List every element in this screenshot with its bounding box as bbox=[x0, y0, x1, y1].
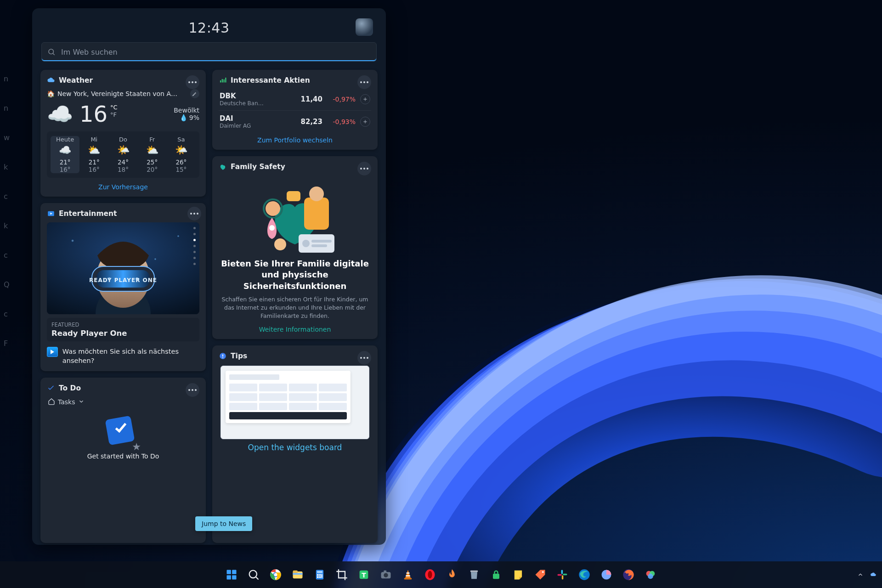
taskbar-opera[interactable] bbox=[421, 566, 439, 583]
weather-more-button[interactable] bbox=[186, 75, 199, 89]
unit-f[interactable]: °F bbox=[110, 111, 118, 119]
taskbar-slack[interactable] bbox=[554, 566, 571, 583]
family-more-button[interactable] bbox=[357, 162, 371, 175]
taskbar-colors[interactable] bbox=[642, 566, 659, 583]
forecast-day[interactable]: Fr ⛅ 25° 20° bbox=[138, 136, 167, 173]
taskbar-camera[interactable] bbox=[377, 566, 395, 583]
widgets-panel: 12:43 Weather 🏠 New York, Verei bbox=[32, 8, 386, 545]
tips-card: Tips Open the widgets board bbox=[212, 345, 378, 543]
svg-rect-38 bbox=[317, 571, 322, 573]
entertainment-question-row[interactable]: Was möchten Sie sich als nächstes ansehe… bbox=[47, 347, 199, 366]
family-title: Family Safety bbox=[231, 163, 285, 171]
weather-location-row: 🏠 New York, Vereinigte Staaten von A… bbox=[47, 89, 199, 98]
search-bar[interactable] bbox=[41, 42, 377, 62]
taskbar-flame[interactable] bbox=[443, 566, 461, 583]
taskbar-chrome[interactable] bbox=[267, 566, 284, 583]
forecast-day[interactable]: Sa 🌤️ 26° 15° bbox=[167, 136, 196, 173]
taskbar-calculator[interactable] bbox=[311, 566, 328, 583]
edit-location-button[interactable] bbox=[190, 89, 199, 98]
stocks-icon bbox=[219, 76, 227, 85]
svg-rect-49 bbox=[404, 578, 412, 580]
taskbar-text[interactable]: T bbox=[355, 566, 373, 583]
tips-more-button[interactable] bbox=[357, 351, 371, 365]
tips-title: Tips bbox=[231, 352, 247, 360]
stocks-card: Interessante Aktien DBKDeutsche Ban… 11,… bbox=[212, 70, 378, 150]
todo-cta[interactable]: Get started with To Do bbox=[47, 452, 199, 460]
svg-point-5 bbox=[155, 259, 156, 260]
featured-title: Ready Player One bbox=[51, 329, 195, 338]
current-weather-icon: ☁️ bbox=[47, 103, 73, 124]
family-headline: Bieten Sie Ihrer Familie digitale und ph… bbox=[219, 258, 371, 292]
taskbar-trash[interactable] bbox=[465, 566, 483, 583]
stocks-more-button[interactable] bbox=[357, 75, 371, 89]
taskbar-search[interactable] bbox=[245, 566, 262, 583]
user-avatar[interactable] bbox=[356, 18, 373, 36]
taskbar-firefox[interactable] bbox=[620, 566, 637, 583]
svg-point-11 bbox=[136, 277, 138, 280]
tasks-dropdown[interactable]: Tasks bbox=[48, 398, 198, 407]
svg-rect-26 bbox=[227, 570, 231, 574]
entertainment-title: Entertainment bbox=[59, 209, 117, 218]
tasks-label: Tasks bbox=[58, 398, 75, 406]
svg-point-56 bbox=[542, 571, 544, 573]
portfolio-link[interactable]: Zum Portfolio wechseln bbox=[257, 136, 333, 144]
forecast-day[interactable]: Do 🌤️ 24° 18° bbox=[108, 136, 137, 173]
panel-header: 12:43 bbox=[40, 17, 378, 39]
stock-row[interactable]: DAIDaimler AG 82,23 -0,93% ＋ bbox=[219, 110, 371, 133]
onedrive-icon[interactable] bbox=[870, 571, 876, 578]
stock-row[interactable]: DBKDeutsche Ban… 11,40 -0,97% ＋ bbox=[219, 88, 371, 110]
weather-icon bbox=[47, 76, 55, 85]
featured-meta[interactable]: FEATURED Ready Player One bbox=[47, 318, 199, 341]
taskbar-vlc[interactable] bbox=[399, 566, 417, 583]
forecast-day[interactable]: Mi ⛅ 21° 16° bbox=[79, 136, 108, 173]
svg-point-21 bbox=[274, 238, 286, 250]
taskbar-explorer[interactable] bbox=[289, 566, 306, 583]
left-edge-hints: nnwkckcQcF bbox=[4, 64, 10, 358]
todo-more-button[interactable] bbox=[186, 383, 199, 397]
svg-point-33 bbox=[274, 573, 277, 577]
forecast-day[interactable]: Heute ☁️ 21° 16° bbox=[51, 136, 79, 173]
hero-pager[interactable] bbox=[193, 227, 196, 265]
entertainment-more-button[interactable] bbox=[187, 207, 201, 220]
taskbar-edge[interactable] bbox=[576, 566, 593, 583]
svg-rect-24 bbox=[222, 355, 223, 357]
weather-location: New York, Vereinigte Staaten von A… bbox=[57, 90, 177, 97]
search-icon bbox=[47, 48, 56, 56]
chevron-down-icon bbox=[78, 398, 85, 406]
taskbar-crop[interactable] bbox=[333, 566, 351, 583]
taskbar-tag[interactable] bbox=[531, 566, 549, 583]
home-icon: 🏠 bbox=[47, 90, 55, 97]
svg-rect-18 bbox=[311, 240, 332, 243]
tray-overflow-icon[interactable] bbox=[857, 571, 864, 578]
family-link[interactable]: Weitere Informationen bbox=[259, 326, 331, 333]
jump-to-news-tooltip[interactable]: Jump to News bbox=[195, 516, 252, 531]
todo-card: To Do Tasks ★ Get started with To Do bbox=[40, 378, 206, 543]
weather-card: Weather 🏠 New York, Vereinigte Staaten v… bbox=[40, 70, 206, 197]
clock: 12:43 bbox=[189, 20, 230, 36]
forecast-link[interactable]: Zur Vorhersage bbox=[98, 183, 148, 191]
svg-rect-48 bbox=[384, 571, 386, 573]
home-outline-icon bbox=[48, 398, 55, 407]
svg-rect-40 bbox=[319, 574, 321, 576]
unit-toggle[interactable]: °C °F bbox=[110, 104, 118, 118]
play-icon bbox=[47, 347, 58, 357]
svg-point-47 bbox=[384, 573, 388, 577]
svg-rect-19 bbox=[311, 244, 327, 247]
add-stock-button[interactable]: ＋ bbox=[360, 94, 370, 104]
taskbar-lock[interactable] bbox=[487, 566, 505, 583]
unit-c[interactable]: °C bbox=[110, 104, 118, 111]
svg-rect-14 bbox=[304, 198, 329, 230]
svg-rect-51 bbox=[406, 575, 410, 576]
add-stock-button[interactable]: ＋ bbox=[360, 117, 370, 127]
tips-caption[interactable]: Open the widgets board bbox=[219, 443, 371, 452]
system-tray[interactable] bbox=[857, 571, 876, 578]
taskbar-pie[interactable] bbox=[598, 566, 615, 583]
family-card: Family Safety bbox=[212, 156, 378, 339]
svg-rect-29 bbox=[232, 575, 236, 579]
taskbar-sticky[interactable] bbox=[509, 566, 527, 583]
search-input[interactable] bbox=[60, 47, 371, 57]
taskbar-start[interactable] bbox=[223, 566, 240, 583]
tips-thumbnail[interactable] bbox=[220, 366, 369, 439]
featured-hero[interactable]: READY PLAYER ONE bbox=[47, 222, 199, 314]
svg-point-0 bbox=[49, 49, 54, 54]
